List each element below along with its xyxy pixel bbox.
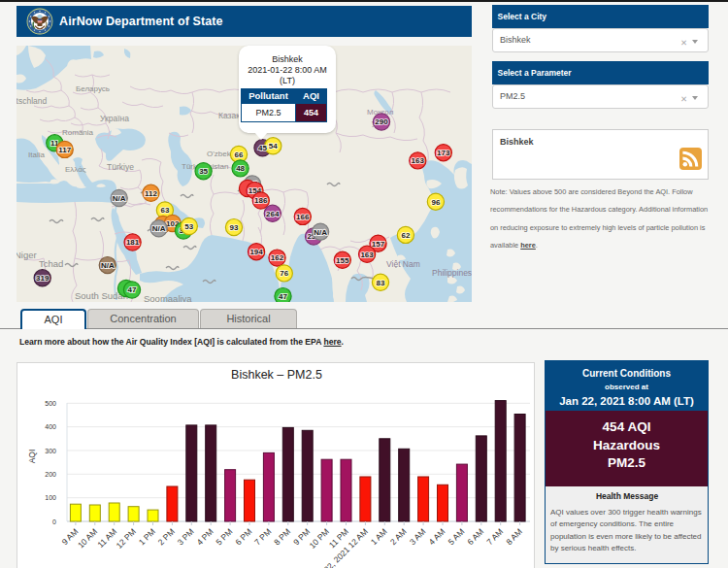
svg-text:5 AM: 5 AM (447, 526, 467, 547)
svg-text:83: 83 (377, 279, 385, 287)
svg-text:2 PM: 2 PM (156, 526, 177, 547)
svg-text:194: 194 (249, 248, 263, 256)
svg-text:54: 54 (269, 142, 278, 150)
svg-text:Ελλάς: Ελλάς (65, 165, 86, 174)
svg-text:173: 173 (437, 149, 450, 157)
svg-text:300: 300 (45, 448, 56, 454)
svg-text:5 PM: 5 PM (214, 526, 234, 547)
svg-text:10 PM: 10 PM (308, 526, 331, 550)
svg-text:4 AM: 4 AM (427, 526, 447, 547)
svg-text:112: 112 (145, 189, 157, 198)
svg-text:63: 63 (160, 206, 169, 215)
svg-text:155: 155 (336, 256, 349, 265)
svg-text:166: 166 (296, 213, 310, 221)
svg-text:48: 48 (236, 164, 245, 173)
svg-text:181: 181 (126, 238, 140, 247)
svg-text:Italia: Italia (28, 150, 45, 159)
svg-text:Soomaaliya: Soomaaliya (144, 293, 192, 302)
svg-text:35: 35 (199, 167, 208, 176)
svg-text:AQI: AQI (27, 450, 37, 464)
svg-text:10 AM: 10 AM (76, 526, 99, 550)
svg-text:12 PM: 12 PM (115, 526, 138, 550)
svg-text:186: 186 (254, 196, 268, 205)
svg-text:96: 96 (431, 198, 440, 207)
svg-text:319: 319 (36, 274, 50, 283)
svg-text:N/A: N/A (101, 261, 115, 270)
svg-text:Bishkek – PM2.5: Bishkek – PM2.5 (231, 368, 322, 382)
svg-text:2 AM: 2 AM (388, 526, 409, 547)
svg-text:1 PM: 1 PM (137, 526, 157, 547)
svg-text:47: 47 (128, 285, 137, 294)
svg-text:N/A: N/A (314, 228, 327, 237)
svg-text:8 AM: 8 AM (504, 526, 524, 547)
svg-text:6 AM: 6 AM (465, 526, 485, 547)
svg-text:163: 163 (412, 156, 425, 165)
svg-text:4 PM: 4 PM (195, 526, 215, 547)
svg-text:Romänia: Romänia (62, 128, 94, 137)
svg-text:1 AM: 1 AM (369, 526, 389, 547)
svg-text:400: 400 (45, 423, 56, 430)
svg-text:6 PM: 6 PM (233, 526, 253, 547)
svg-text:93: 93 (230, 223, 239, 232)
svg-text:3 PM: 3 PM (176, 526, 196, 547)
svg-text:500: 500 (45, 400, 56, 407)
svg-text:62: 62 (401, 231, 410, 240)
svg-text:Беларусь: Беларусь (76, 84, 110, 93)
svg-text:N/A: N/A (152, 224, 166, 233)
svg-text:0: 0 (52, 518, 56, 525)
svg-text:Tchad: Tchad (39, 258, 63, 269)
svg-text:Niger: Niger (17, 250, 37, 260)
svg-text:45: 45 (258, 144, 267, 152)
svg-text:47: 47 (279, 292, 287, 301)
svg-text:8 PM: 8 PM (272, 526, 292, 547)
svg-text:163: 163 (360, 251, 374, 259)
svg-text:76: 76 (280, 269, 288, 278)
svg-text:290: 290 (375, 117, 388, 126)
svg-text:Deutschland: Deutschland (17, 96, 48, 106)
svg-text:Việt Nam: Việt Nam (386, 259, 420, 269)
svg-text:117: 117 (58, 146, 71, 154)
svg-text:N/A: N/A (113, 194, 126, 203)
svg-text:Україна: Україна (100, 114, 129, 123)
svg-text:53: 53 (184, 222, 193, 231)
svg-text:3 AM: 3 AM (408, 526, 428, 547)
svg-text:157: 157 (372, 240, 385, 249)
svg-text:7 PM: 7 PM (252, 526, 273, 547)
svg-text:Philippines: Philippines (432, 268, 472, 278)
svg-text:162: 162 (271, 253, 284, 262)
svg-text:11 AM: 11 AM (95, 526, 118, 550)
svg-text:200: 200 (45, 471, 56, 478)
svg-text:264: 264 (266, 210, 280, 218)
svg-text:66: 66 (235, 150, 244, 159)
svg-text:Türkiye: Türkiye (107, 162, 134, 172)
svg-text:100: 100 (45, 494, 56, 501)
svg-text:7 AM: 7 AM (484, 526, 505, 547)
